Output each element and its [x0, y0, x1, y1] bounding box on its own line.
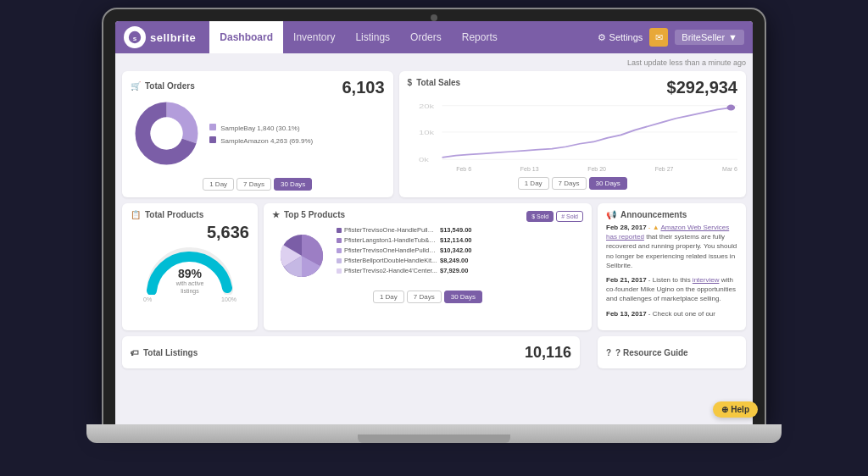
spacer	[586, 336, 592, 368]
laptop-base	[86, 424, 782, 443]
dollar-sold-btn[interactable]: $ Sold	[526, 211, 554, 222]
widget-total-products: 📋 Total Products 5,636	[122, 203, 258, 330]
orders-body: SampleBay 1,840 (30.1%) SampleAmazon 4,2…	[131, 97, 385, 173]
nav-dashboard[interactable]: Dashboard	[209, 21, 283, 53]
nav-inventory[interactable]: Inventory	[283, 21, 345, 53]
logo-text: sellbrite	[150, 31, 196, 44]
top5-val-5: $7,929.00	[440, 267, 468, 274]
top5-item-1: PfisterTrevisoOne-HandlePullD... $13,549…	[337, 226, 583, 234]
products-value: 5,636	[131, 223, 249, 242]
laptop-wrapper: s sellbrite Dashboard Inventory Listings…	[86, 9, 782, 467]
top5-header: ★ Top 5 Products $ Sold # Sold	[272, 210, 583, 223]
orders-value: 6,103	[342, 78, 385, 97]
orders-title: 🛒 Total Orders	[131, 81, 195, 91]
sales-30day-btn[interactable]: 30 Days	[589, 177, 627, 190]
orders-30day-btn[interactable]: 30 Days	[274, 178, 312, 191]
top5-dot-3	[337, 248, 342, 253]
user-menu[interactable]: BriteSeller ▼	[675, 30, 744, 45]
widget-total-orders: 🛒 Total Orders 6,103	[122, 71, 393, 197]
sales-chart: 20k 10k 0k	[408, 101, 737, 164]
donut-labels: SampleBay 1,840 (30.1%) SampleAmazon 4,2…	[209, 124, 385, 147]
svg-text:s: s	[133, 35, 137, 42]
widget-row-2: 📋 Total Products 5,636	[122, 203, 746, 330]
announce-item-3: Feb 13, 2017 - Check out one of our	[606, 309, 737, 318]
announce-item-1: Feb 28, 2017 - ▲ Amazon Web Services has…	[606, 223, 737, 270]
screen-content: s sellbrite Dashboard Inventory Listings…	[115, 21, 753, 424]
orders-time-buttons: 1 Day 7 Days 30 Days	[131, 178, 385, 191]
tag-icon: 🏷	[131, 348, 139, 357]
gear-icon: ⚙	[598, 32, 606, 43]
listings-value: 10,116	[525, 344, 571, 362]
laptop-screen: s sellbrite Dashboard Inventory Listings…	[103, 9, 765, 424]
svg-point-11	[726, 105, 735, 111]
chevron-down-icon: ▼	[728, 32, 737, 42]
legend-sampleamazon: SampleAmazon 4,263 (69.9%)	[209, 136, 385, 147]
top5-name-4: PfisterBellportDoubleHandleKit...	[344, 257, 437, 264]
sales-value: $292,934	[667, 78, 737, 97]
top5-item-3: PfisterTrevisoOneHandlePulldow... $10,34…	[337, 246, 583, 254]
nav-reports[interactable]: Reports	[452, 21, 508, 53]
sales-title: $ Total Sales	[408, 78, 461, 87]
widget-announcements: 📢 Announcements Feb 28, 2017 - ▲ Amazon …	[598, 203, 746, 330]
top5-dot-5	[337, 268, 342, 274]
products-icon: 📋	[131, 210, 141, 219]
nav-items: Dashboard Inventory Listings Orders Repo…	[209, 21, 597, 53]
megaphone-icon: 📢	[606, 210, 616, 219]
top5-time-buttons: 1 Day 7 Days 30 Days	[272, 291, 583, 303]
dollar-icon: $	[408, 78, 413, 87]
user-label: BriteSeller	[682, 32, 725, 42]
nav-listings[interactable]: Listings	[345, 21, 400, 53]
orders-1day-btn[interactable]: 1 Day	[203, 178, 234, 191]
nav-bar: s sellbrite Dashboard Inventory Listings…	[115, 21, 753, 53]
widget-top5-products: ★ Top 5 Products $ Sold # Sold	[264, 203, 592, 330]
gauge-pct: 89%	[176, 267, 204, 280]
last-update-text: Last update less than a minute ago	[122, 58, 746, 67]
top5-item-5: PfisterTreviso2-Handle4'Center... $7,929…	[337, 267, 583, 274]
gauge-sub: with activelistings	[176, 280, 204, 295]
widget-row-1: 🛒 Total Orders 6,103	[122, 71, 746, 197]
gauge-chart: 89% with activelistings	[143, 244, 236, 295]
top5-list: PfisterTrevisoOne-HandlePullD... $13,549…	[337, 226, 583, 285]
top5-val-1: $13,549.00	[440, 226, 472, 234]
settings-button[interactable]: ⚙ Settings	[598, 32, 643, 43]
announce-item-2: Feb 21, 2017 - Listen to this interview …	[606, 275, 737, 304]
dashboard-content: Last update less than a minute ago 🛒 Tot…	[115, 53, 753, 424]
svg-point-4	[151, 118, 183, 150]
top5-1day-btn[interactable]: 1 Day	[373, 291, 404, 303]
star-icon: ★	[272, 210, 280, 219]
logo-icon: s	[124, 26, 146, 48]
help-button[interactable]: ⊕ Help	[713, 401, 753, 418]
nav-right: ⚙ Settings ✉ BriteSeller ▼	[598, 28, 744, 47]
top5-dot-4	[337, 258, 342, 263]
top5-title: ★ Top 5 Products	[272, 210, 345, 219]
cart-icon: 🛒	[131, 81, 141, 91]
svg-text:0k: 0k	[419, 155, 429, 163]
sales-1day-btn[interactable]: 1 Day	[518, 177, 549, 190]
products-title: 📋 Total Products	[131, 210, 203, 219]
question-icon: ?	[606, 348, 611, 357]
top5-7day-btn[interactable]: 7 Days	[407, 291, 442, 303]
settings-label: Settings	[609, 32, 643, 42]
logo-svg: s	[127, 30, 142, 45]
top5-pie-chart	[272, 226, 331, 285]
top5-30day-btn[interactable]: 30 Days	[444, 291, 482, 303]
widget-resource-guide: ? ? Resource Guide	[598, 336, 746, 368]
notification-icon[interactable]: ✉	[649, 28, 668, 47]
resource-title: ? ? Resource Guide	[606, 348, 688, 357]
nav-logo: s sellbrite	[124, 26, 196, 48]
top5-body: PfisterTrevisoOne-HandlePullD... $13,549…	[272, 226, 583, 285]
svg-text:20k: 20k	[419, 102, 434, 110]
widget-row-3: 🏷 Total Listings 10,116 ? ? Resource Gui…	[122, 336, 746, 368]
legend-dot-samplebay	[209, 124, 216, 130]
nav-orders[interactable]: Orders	[400, 21, 452, 53]
legend-samplebay: SampleBay 1,840 (30.1%)	[209, 124, 385, 135]
svg-text:10k: 10k	[419, 129, 434, 136]
donut-chart	[131, 97, 203, 173]
hash-sold-btn[interactable]: # Sold	[556, 211, 583, 222]
legend-dot-amazon	[209, 136, 216, 143]
sold-buttons: $ Sold # Sold	[526, 211, 583, 222]
top5-dot-1	[337, 228, 342, 233]
orders-7day-btn[interactable]: 7 Days	[236, 178, 271, 191]
sales-7day-btn[interactable]: 7 Days	[552, 177, 587, 190]
widget-total-sales: $ Total Sales $292,934 20k 10k 0k	[399, 71, 746, 197]
